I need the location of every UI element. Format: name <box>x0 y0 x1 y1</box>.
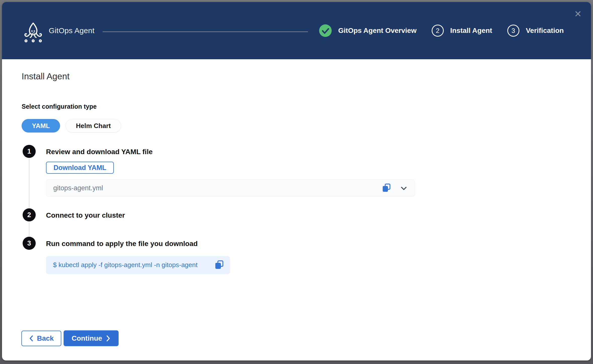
back-button-label: Back <box>37 334 54 342</box>
wizard-header: GitOps Agent GitOps Agent Overview 2 Ins… <box>2 2 591 59</box>
gitops-squid-logo-icon <box>24 22 42 43</box>
config-option-yaml[interactable]: YAML <box>22 119 60 133</box>
stepper-number-3: 3 <box>507 25 519 37</box>
step-1-number-badge: 1 <box>23 145 36 158</box>
screen-backdrop: GitOps Agent GitOps Agent Overview 2 Ins… <box>0 0 593 364</box>
config-option-helm-chart[interactable]: Helm Chart <box>66 119 121 133</box>
step-2-title: Connect to your cluster <box>46 211 125 219</box>
copy-command-button[interactable] <box>214 260 224 270</box>
step-1-title: Review and download YAML file <box>46 148 153 156</box>
stepper-item-install-agent: 2 Install Agent <box>432 25 492 37</box>
config-type-toggle: YAML Helm Chart <box>22 119 121 133</box>
step-connector-1 <box>29 159 29 208</box>
step-2-number-badge: 2 <box>23 208 36 221</box>
wizard-stepper: GitOps Agent Overview 2 Install Agent 3 … <box>319 2 564 59</box>
stepper-number-2: 2 <box>432 25 444 37</box>
download-yaml-button[interactable]: Download YAML <box>46 162 114 174</box>
stepper-label-overview: GitOps Agent Overview <box>338 27 417 35</box>
page-title: Install Agent <box>22 71 70 81</box>
stepper-item-verification: 3 Verification <box>507 25 564 37</box>
continue-button-label: Continue <box>72 334 102 342</box>
stepper-item-overview: GitOps Agent Overview <box>319 24 417 37</box>
continue-button[interactable]: Continue <box>64 330 119 346</box>
step-3-number-badge: 3 <box>23 237 36 250</box>
copy-yaml-button[interactable] <box>381 183 391 193</box>
chevron-left-icon <box>29 335 33 342</box>
copy-icon <box>381 183 391 193</box>
chevron-down-icon <box>400 184 408 193</box>
chevron-right-icon <box>106 335 111 342</box>
gitops-agent-wizard-modal: GitOps Agent GitOps Agent Overview 2 Ins… <box>2 2 591 360</box>
config-type-label: Select configuration type <box>22 103 97 110</box>
kubectl-command-text: $ kubectl apply -f gitops-agent.yml -n g… <box>53 256 197 274</box>
stepper-label-verification: Verification <box>526 27 564 35</box>
kubectl-command-box: $ kubectl apply -f gitops-agent.yml -n g… <box>46 256 230 274</box>
back-button[interactable]: Back <box>21 331 61 346</box>
yaml-file-name: gitops-agent.yml <box>53 179 103 197</box>
header-divider <box>103 31 308 32</box>
step-complete-check-icon <box>319 24 332 37</box>
expand-yaml-button[interactable] <box>400 184 408 193</box>
close-icon[interactable]: ✕ <box>572 8 584 20</box>
wizard-brand-title: GitOps Agent <box>49 2 94 59</box>
stepper-label-install-agent: Install Agent <box>450 27 492 35</box>
step-connector-2 <box>29 222 29 236</box>
yaml-file-row: gitops-agent.yml <box>46 179 415 197</box>
copy-icon <box>214 260 224 270</box>
step-3-title: Run command to apply the file you downlo… <box>46 240 198 248</box>
